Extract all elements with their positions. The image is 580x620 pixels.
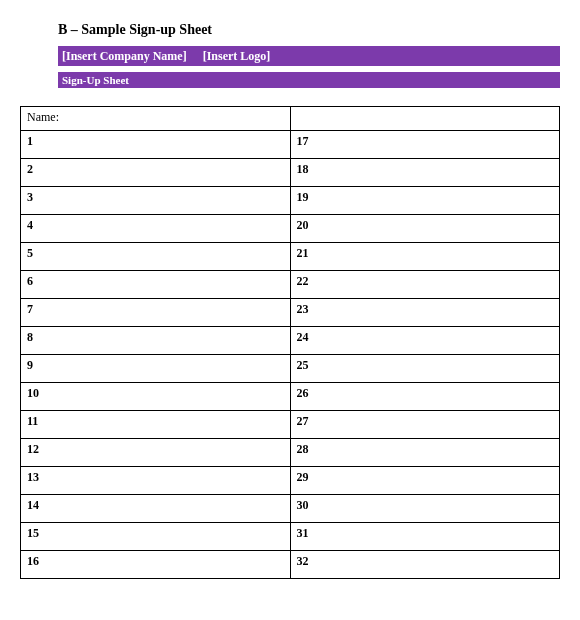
row-number: 24: [290, 327, 560, 355]
table-row: 622: [21, 271, 560, 299]
table-row: 1632: [21, 551, 560, 579]
row-number: 21: [290, 243, 560, 271]
row-number: 2: [21, 159, 291, 187]
table-row: 1329: [21, 467, 560, 495]
row-number: 10: [21, 383, 291, 411]
row-number: 16: [21, 551, 291, 579]
table-row: 723: [21, 299, 560, 327]
signup-label: Sign-Up Sheet: [62, 74, 129, 86]
company-name-placeholder: [Insert Company Name]: [62, 49, 187, 64]
row-number: 3: [21, 187, 291, 215]
table-row: 521: [21, 243, 560, 271]
row-number: 12: [21, 439, 291, 467]
document-title: B – Sample Sign-up Sheet: [58, 22, 560, 38]
row-number: 4: [21, 215, 291, 243]
row-number: 11: [21, 411, 291, 439]
row-number: 27: [290, 411, 560, 439]
row-number: 19: [290, 187, 560, 215]
table-row: 925: [21, 355, 560, 383]
table-row: 824: [21, 327, 560, 355]
row-number: 32: [290, 551, 560, 579]
name-header: Name:: [21, 107, 291, 131]
logo-placeholder: [Insert Logo]: [203, 49, 271, 64]
row-number: 7: [21, 299, 291, 327]
row-number: 14: [21, 495, 291, 523]
table-row: 1430: [21, 495, 560, 523]
row-number: 5: [21, 243, 291, 271]
table-row: 218: [21, 159, 560, 187]
row-number: 25: [290, 355, 560, 383]
row-number: 18: [290, 159, 560, 187]
signup-table: Name: 117 218 319 420 521 622 723 824 92…: [20, 106, 560, 579]
table-row: 319: [21, 187, 560, 215]
row-number: 22: [290, 271, 560, 299]
table-row: 117: [21, 131, 560, 159]
row-number: 29: [290, 467, 560, 495]
company-banner: [Insert Company Name] [Insert Logo]: [58, 46, 560, 66]
row-number: 1: [21, 131, 291, 159]
row-number: 13: [21, 467, 291, 495]
table-row: 1127: [21, 411, 560, 439]
row-number: 17: [290, 131, 560, 159]
row-number: 26: [290, 383, 560, 411]
table-row: 1026: [21, 383, 560, 411]
row-number: 30: [290, 495, 560, 523]
row-number: 23: [290, 299, 560, 327]
row-number: 28: [290, 439, 560, 467]
signup-subbanner: Sign-Up Sheet: [58, 72, 560, 88]
row-number: 15: [21, 523, 291, 551]
row-number: 9: [21, 355, 291, 383]
table-row: 420: [21, 215, 560, 243]
row-number: 20: [290, 215, 560, 243]
table-row: 1531: [21, 523, 560, 551]
empty-header: [290, 107, 560, 131]
row-number: 31: [290, 523, 560, 551]
row-number: 8: [21, 327, 291, 355]
table-header-row: Name:: [21, 107, 560, 131]
row-number: 6: [21, 271, 291, 299]
table-row: 1228: [21, 439, 560, 467]
